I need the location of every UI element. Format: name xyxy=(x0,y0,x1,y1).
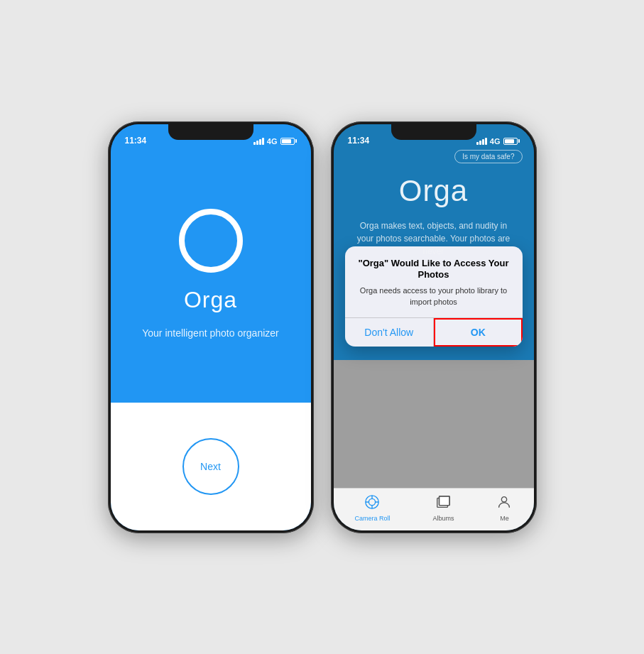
splash-bottom: Next xyxy=(111,403,311,530)
signal-bars-1 xyxy=(253,138,264,145)
me-icon xyxy=(496,494,512,513)
tab-camera-roll-label: Camera Roll xyxy=(354,515,390,522)
battery-body-1 xyxy=(280,138,295,145)
status-icons-1: 4G xyxy=(253,137,297,146)
orga-logo xyxy=(179,209,243,273)
phone2-bottom: "Orga" Would Like to Access Your Photos … xyxy=(334,360,534,530)
alert-message: Orga needs access to your photo library … xyxy=(356,285,511,307)
notch-1 xyxy=(168,124,253,140)
dont-allow-button[interactable]: Don't Allow xyxy=(345,318,435,347)
battery-fill-1 xyxy=(282,139,292,143)
battery-body-2 xyxy=(503,138,518,145)
phone-2-screen: 11:34 4G xyxy=(334,124,534,530)
signal-bar-6 xyxy=(479,141,481,145)
phone-2: 11:34 4G xyxy=(331,121,537,533)
signal-bar-3 xyxy=(259,139,261,145)
network-label-2: 4G xyxy=(490,137,501,146)
phone-1-content: 11:34 4G xyxy=(111,124,311,530)
permission-alert: "Orga" Would Like to Access Your Photos … xyxy=(345,246,523,347)
status-icons-2: 4G xyxy=(476,137,520,146)
svg-rect-7 xyxy=(440,496,450,505)
svg-point-1 xyxy=(369,498,376,505)
tab-albums-label: Albums xyxy=(432,515,454,522)
status-time-1: 11:34 xyxy=(125,136,147,146)
battery-icon-2 xyxy=(503,138,520,145)
tagline: Your intelligent photo organizer xyxy=(142,327,279,339)
status-time-2: 11:34 xyxy=(348,136,370,146)
battery-tip-2 xyxy=(518,139,520,143)
signal-bars-2 xyxy=(476,138,487,145)
phone-1-screen: 11:34 4G xyxy=(111,124,311,530)
camera-roll-icon xyxy=(364,494,380,513)
battery-tip-1 xyxy=(295,139,297,143)
phone-2-content: 11:34 4G xyxy=(334,124,534,530)
notch-2 xyxy=(391,124,476,140)
splash-top: Orga Your intelligent photo organizer xyxy=(111,124,311,403)
tab-bar: Camera Roll Albums xyxy=(334,488,534,530)
next-button[interactable]: Next xyxy=(182,438,239,495)
signal-bar-2 xyxy=(256,141,258,145)
battery-fill-2 xyxy=(505,139,515,143)
tab-me-label: Me xyxy=(500,515,509,522)
tab-albums[interactable]: Albums xyxy=(432,494,454,522)
ok-button[interactable]: OK xyxy=(434,318,523,347)
signal-bar-1 xyxy=(253,142,256,145)
next-label: Next xyxy=(200,461,221,472)
phones-container: 11:34 4G xyxy=(108,121,537,533)
alert-buttons: Don't Allow OK xyxy=(345,318,523,347)
app-name-2: Orga xyxy=(399,174,468,208)
app-name-1: Orga xyxy=(184,287,237,313)
albums-icon xyxy=(435,494,451,513)
signal-bar-5 xyxy=(476,142,479,145)
signal-bar-8 xyxy=(485,138,487,145)
network-label-1: 4G xyxy=(267,137,278,146)
data-safe-button[interactable]: Is my data safe? xyxy=(454,150,522,163)
data-safe-label: Is my data safe? xyxy=(462,153,514,160)
phone-1: 11:34 4G xyxy=(108,121,314,533)
tab-me[interactable]: Me xyxy=(496,494,512,522)
svg-point-9 xyxy=(502,496,507,501)
signal-bar-7 xyxy=(482,139,484,145)
battery-icon-1 xyxy=(280,138,297,145)
alert-title: "Orga" Would Like to Access Your Photos xyxy=(356,258,511,282)
tab-camera-roll[interactable]: Camera Roll xyxy=(354,494,390,522)
signal-bar-4 xyxy=(262,138,264,145)
